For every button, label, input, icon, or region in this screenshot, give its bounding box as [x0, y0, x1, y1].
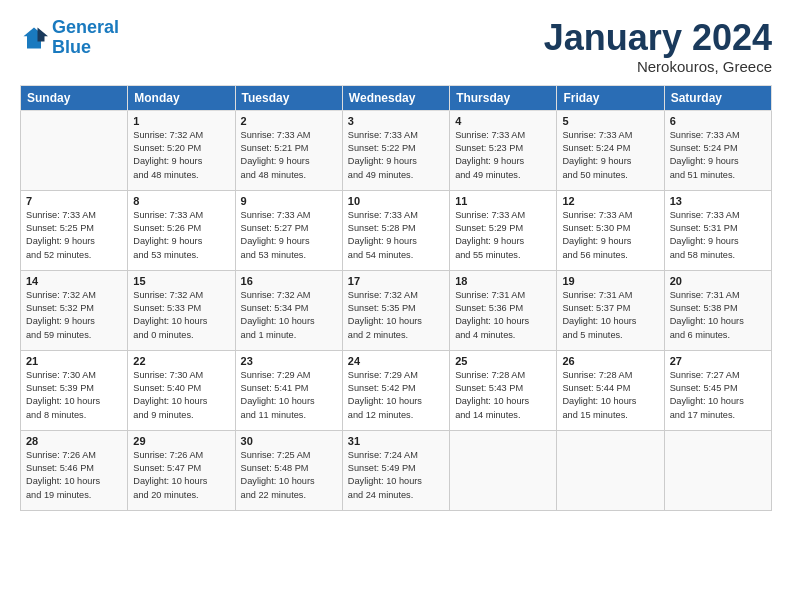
day-number: 27 — [670, 355, 766, 367]
day-info: Sunrise: 7:32 AM Sunset: 5:35 PM Dayligh… — [348, 289, 444, 342]
week-row-4: 28Sunrise: 7:26 AM Sunset: 5:46 PM Dayli… — [21, 430, 772, 510]
day-number: 4 — [455, 115, 551, 127]
day-cell: 17Sunrise: 7:32 AM Sunset: 5:35 PM Dayli… — [342, 270, 449, 350]
day-number: 23 — [241, 355, 337, 367]
day-cell — [664, 430, 771, 510]
day-info: Sunrise: 7:29 AM Sunset: 5:42 PM Dayligh… — [348, 369, 444, 422]
day-number: 6 — [670, 115, 766, 127]
col-thursday: Thursday — [450, 85, 557, 110]
day-cell: 21Sunrise: 7:30 AM Sunset: 5:39 PM Dayli… — [21, 350, 128, 430]
day-info: Sunrise: 7:29 AM Sunset: 5:41 PM Dayligh… — [241, 369, 337, 422]
day-cell — [557, 430, 664, 510]
day-number: 20 — [670, 275, 766, 287]
calendar-table: Sunday Monday Tuesday Wednesday Thursday… — [20, 85, 772, 511]
week-row-0: 1Sunrise: 7:32 AM Sunset: 5:20 PM Daylig… — [21, 110, 772, 190]
day-info: Sunrise: 7:33 AM Sunset: 5:24 PM Dayligh… — [670, 129, 766, 182]
day-number: 12 — [562, 195, 658, 207]
day-info: Sunrise: 7:31 AM Sunset: 5:36 PM Dayligh… — [455, 289, 551, 342]
svg-marker-1 — [38, 27, 49, 41]
logo-icon — [20, 24, 48, 52]
location-subtitle: Nerokouros, Greece — [544, 58, 772, 75]
day-info: Sunrise: 7:31 AM Sunset: 5:37 PM Dayligh… — [562, 289, 658, 342]
day-info: Sunrise: 7:31 AM Sunset: 5:38 PM Dayligh… — [670, 289, 766, 342]
day-info: Sunrise: 7:26 AM Sunset: 5:46 PM Dayligh… — [26, 449, 122, 502]
logo-general: General — [52, 17, 119, 37]
col-monday: Monday — [128, 85, 235, 110]
day-number: 26 — [562, 355, 658, 367]
day-info: Sunrise: 7:33 AM Sunset: 5:28 PM Dayligh… — [348, 209, 444, 262]
month-title: January 2024 — [544, 18, 772, 58]
day-number: 28 — [26, 435, 122, 447]
day-cell: 23Sunrise: 7:29 AM Sunset: 5:41 PM Dayli… — [235, 350, 342, 430]
header: General Blue January 2024 Nerokouros, Gr… — [20, 18, 772, 75]
day-cell: 3Sunrise: 7:33 AM Sunset: 5:22 PM Daylig… — [342, 110, 449, 190]
day-cell: 24Sunrise: 7:29 AM Sunset: 5:42 PM Dayli… — [342, 350, 449, 430]
day-info: Sunrise: 7:28 AM Sunset: 5:44 PM Dayligh… — [562, 369, 658, 422]
day-number: 18 — [455, 275, 551, 287]
day-cell: 15Sunrise: 7:32 AM Sunset: 5:33 PM Dayli… — [128, 270, 235, 350]
day-info: Sunrise: 7:33 AM Sunset: 5:27 PM Dayligh… — [241, 209, 337, 262]
day-info: Sunrise: 7:27 AM Sunset: 5:45 PM Dayligh… — [670, 369, 766, 422]
day-cell — [450, 430, 557, 510]
day-number: 10 — [348, 195, 444, 207]
logo: General Blue — [20, 18, 119, 58]
day-number: 9 — [241, 195, 337, 207]
day-cell: 6Sunrise: 7:33 AM Sunset: 5:24 PM Daylig… — [664, 110, 771, 190]
day-number: 14 — [26, 275, 122, 287]
day-info: Sunrise: 7:26 AM Sunset: 5:47 PM Dayligh… — [133, 449, 229, 502]
day-info: Sunrise: 7:33 AM Sunset: 5:23 PM Dayligh… — [455, 129, 551, 182]
day-info: Sunrise: 7:32 AM Sunset: 5:20 PM Dayligh… — [133, 129, 229, 182]
day-info: Sunrise: 7:33 AM Sunset: 5:29 PM Dayligh… — [455, 209, 551, 262]
day-number: 30 — [241, 435, 337, 447]
day-number: 19 — [562, 275, 658, 287]
day-cell: 27Sunrise: 7:27 AM Sunset: 5:45 PM Dayli… — [664, 350, 771, 430]
day-number: 5 — [562, 115, 658, 127]
day-info: Sunrise: 7:24 AM Sunset: 5:49 PM Dayligh… — [348, 449, 444, 502]
day-number: 15 — [133, 275, 229, 287]
day-number: 8 — [133, 195, 229, 207]
day-cell: 10Sunrise: 7:33 AM Sunset: 5:28 PM Dayli… — [342, 190, 449, 270]
day-number: 29 — [133, 435, 229, 447]
day-number: 11 — [455, 195, 551, 207]
week-row-2: 14Sunrise: 7:32 AM Sunset: 5:32 PM Dayli… — [21, 270, 772, 350]
day-number: 13 — [670, 195, 766, 207]
day-number: 31 — [348, 435, 444, 447]
day-cell: 28Sunrise: 7:26 AM Sunset: 5:46 PM Dayli… — [21, 430, 128, 510]
day-cell: 19Sunrise: 7:31 AM Sunset: 5:37 PM Dayli… — [557, 270, 664, 350]
day-info: Sunrise: 7:32 AM Sunset: 5:32 PM Dayligh… — [26, 289, 122, 342]
col-wednesday: Wednesday — [342, 85, 449, 110]
day-cell: 2Sunrise: 7:33 AM Sunset: 5:21 PM Daylig… — [235, 110, 342, 190]
day-info: Sunrise: 7:28 AM Sunset: 5:43 PM Dayligh… — [455, 369, 551, 422]
day-info: Sunrise: 7:32 AM Sunset: 5:34 PM Dayligh… — [241, 289, 337, 342]
day-cell: 26Sunrise: 7:28 AM Sunset: 5:44 PM Dayli… — [557, 350, 664, 430]
day-cell: 18Sunrise: 7:31 AM Sunset: 5:36 PM Dayli… — [450, 270, 557, 350]
day-number: 25 — [455, 355, 551, 367]
title-block: January 2024 Nerokouros, Greece — [544, 18, 772, 75]
day-number: 16 — [241, 275, 337, 287]
day-info: Sunrise: 7:33 AM Sunset: 5:30 PM Dayligh… — [562, 209, 658, 262]
day-cell: 25Sunrise: 7:28 AM Sunset: 5:43 PM Dayli… — [450, 350, 557, 430]
day-info: Sunrise: 7:33 AM Sunset: 5:25 PM Dayligh… — [26, 209, 122, 262]
day-cell: 30Sunrise: 7:25 AM Sunset: 5:48 PM Dayli… — [235, 430, 342, 510]
day-info: Sunrise: 7:32 AM Sunset: 5:33 PM Dayligh… — [133, 289, 229, 342]
page: General Blue January 2024 Nerokouros, Gr… — [0, 0, 792, 612]
day-cell: 22Sunrise: 7:30 AM Sunset: 5:40 PM Dayli… — [128, 350, 235, 430]
day-info: Sunrise: 7:33 AM Sunset: 5:22 PM Dayligh… — [348, 129, 444, 182]
col-saturday: Saturday — [664, 85, 771, 110]
day-cell: 12Sunrise: 7:33 AM Sunset: 5:30 PM Dayli… — [557, 190, 664, 270]
day-cell — [21, 110, 128, 190]
week-row-3: 21Sunrise: 7:30 AM Sunset: 5:39 PM Dayli… — [21, 350, 772, 430]
day-cell: 7Sunrise: 7:33 AM Sunset: 5:25 PM Daylig… — [21, 190, 128, 270]
day-info: Sunrise: 7:33 AM Sunset: 5:24 PM Dayligh… — [562, 129, 658, 182]
col-sunday: Sunday — [21, 85, 128, 110]
day-cell: 8Sunrise: 7:33 AM Sunset: 5:26 PM Daylig… — [128, 190, 235, 270]
day-number: 1 — [133, 115, 229, 127]
day-cell: 9Sunrise: 7:33 AM Sunset: 5:27 PM Daylig… — [235, 190, 342, 270]
day-number: 2 — [241, 115, 337, 127]
col-friday: Friday — [557, 85, 664, 110]
day-cell: 4Sunrise: 7:33 AM Sunset: 5:23 PM Daylig… — [450, 110, 557, 190]
day-cell: 5Sunrise: 7:33 AM Sunset: 5:24 PM Daylig… — [557, 110, 664, 190]
day-cell: 20Sunrise: 7:31 AM Sunset: 5:38 PM Dayli… — [664, 270, 771, 350]
day-info: Sunrise: 7:30 AM Sunset: 5:40 PM Dayligh… — [133, 369, 229, 422]
day-cell: 1Sunrise: 7:32 AM Sunset: 5:20 PM Daylig… — [128, 110, 235, 190]
